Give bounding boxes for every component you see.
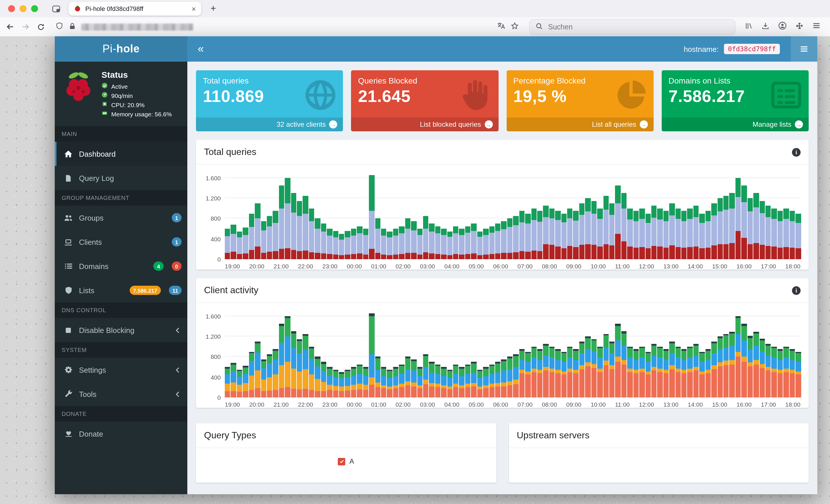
y-tick-label: 800 [211,215,221,222]
stacked-bar [789,211,795,259]
reload-icon[interactable] [37,23,45,31]
stacked-bar [699,351,705,397]
shield-icon [63,286,73,294]
stacked-bar [309,347,314,397]
stacked-bar [573,211,579,259]
badge: 1 [171,237,182,246]
brand-pre: Pi- [103,43,117,55]
stacked-bar [729,193,735,259]
card-footer-label: 32 active clients [277,121,326,129]
stacked-bar [603,334,609,398]
stacked-bar [501,360,507,397]
card-footer-link[interactable]: 32 active clients→ [196,117,343,131]
library-icon[interactable] [745,22,753,32]
sidebar-item-domains[interactable]: Domains40 [55,254,187,278]
forward-icon[interactable] [21,23,30,31]
panel-header: Upstream servers [509,423,809,448]
bookmark-star-icon[interactable] [511,22,519,32]
brand-bold: hole [117,43,140,55]
y-tick-label: 1.600 [205,313,221,320]
stacked-bar [567,208,573,259]
new-tab-button[interactable]: + [211,3,216,14]
y-axis: 04008001.2001.600 [200,173,225,259]
stacked-bar [693,206,699,259]
stacked-bar [339,372,344,397]
account-icon[interactable] [778,21,787,32]
stacked-bar [699,213,705,259]
stacked-bar [423,354,428,397]
dashboard-content: Total queries110.86932 active clients→Qu… [187,62,817,494]
sidebar-item-settings[interactable]: Settings [55,358,187,382]
stacked-bar [279,324,284,397]
sidebar-item-groups[interactable]: Groups1 [55,206,187,230]
stacked-bar [531,347,537,397]
sidebar-item-donate[interactable]: Donate [55,422,187,446]
translate-icon[interactable] [497,21,506,32]
tracking-protection-shield-icon[interactable] [55,22,63,32]
card-footer-link[interactable]: Manage lists→ [662,117,809,131]
stacked-bar [225,367,230,397]
stacked-bar [585,198,591,259]
x-tick-label: 16:00 [737,401,752,408]
sidebar-item-clients[interactable]: Clients1 [55,230,187,254]
search-bar[interactable] [529,19,735,35]
firefox-view-icon[interactable] [52,4,61,13]
tab-close-icon[interactable]: × [192,5,196,12]
stacked-bar [375,357,380,397]
stacked-bar [628,347,633,397]
url-bar[interactable] [52,19,522,34]
back-icon[interactable] [6,23,14,31]
stacked-bar [567,347,573,397]
stacked-bar [675,208,681,259]
y-axis: 04008001.2001.600 [200,311,225,397]
stacked-bar [513,216,519,259]
stacked-bar [369,175,374,259]
x-tick-label: 11:00 [615,401,630,408]
stacked-bar [507,357,513,397]
stacked-bar [615,186,621,259]
minimize-window-button[interactable] [20,5,27,12]
stacked-bar [741,186,747,259]
bars [225,311,801,397]
search-input[interactable] [547,22,729,31]
sidebar-item-dashboard[interactable]: Dashboard [55,142,187,166]
stacked-bar [783,347,789,397]
laptop-icon [63,238,73,246]
stacked-bar [363,367,368,397]
lock-icon[interactable] [69,22,76,32]
extensions-icon[interactable] [795,22,803,32]
stacked-bar [483,229,488,259]
legend-checkbox[interactable] [338,458,345,465]
stacked-bar [651,206,657,259]
stacked-bar [765,344,771,397]
panel-header: Client activity i [196,278,809,303]
info-icon[interactable]: i [792,286,801,295]
legend-item-a[interactable]: A [338,457,354,465]
sidebar-item-label: Dashboard [79,149,182,158]
menu-icon[interactable] [812,21,821,32]
x-tick-label: 16:00 [737,263,752,270]
sidebar-item-disable-blocking[interactable]: Disable Blocking [55,318,187,342]
close-window-button[interactable] [8,5,15,12]
sidebar-item-query-log[interactable]: Query Log [55,166,187,190]
upstream-servers-panel: Upstream servers [509,423,809,483]
downloads-icon[interactable] [761,22,769,32]
stacked-bar [777,211,783,259]
menu-section-main: MAIN [55,126,187,142]
zoom-window-button[interactable] [31,5,38,12]
info-icon[interactable]: i [792,148,801,156]
sidebar-item-tools[interactable]: Tools [55,382,187,406]
card-footer-link[interactable]: List all queries→ [506,117,653,131]
browser-tab[interactable]: Pi-hole 0fd38cd798ff × [69,2,201,15]
pihole-logo[interactable]: Pi-hole [55,36,187,62]
sidebar-collapse-button[interactable]: « [187,43,214,55]
card-footer-link[interactable]: List blocked queries→ [351,117,499,131]
hamburger-menu-button[interactable] [791,36,817,62]
x-tick-label: 19:00 [225,401,240,408]
stacked-bar [417,367,422,397]
chevron-left-icon [174,390,182,398]
sidebar-item-lists[interactable]: Lists7.586.21711 [55,278,187,302]
stacked-bar [273,211,278,259]
stacked-bar [771,347,777,397]
users-icon [63,213,73,222]
